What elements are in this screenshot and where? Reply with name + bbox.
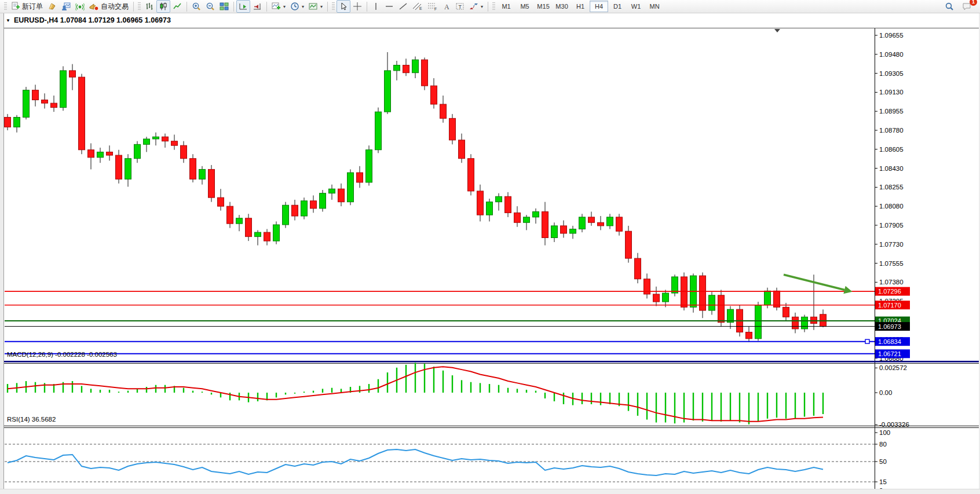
community-button[interactable] xyxy=(59,0,73,13)
arrows-tool[interactable]: ▾ xyxy=(467,0,485,13)
bar-chart-button[interactable] xyxy=(142,0,156,13)
horizontal-line-1.07024[interactable]: 1.07024 xyxy=(5,317,910,325)
main-toolbar: 新订单 自动交易 ▾ xyxy=(0,0,980,13)
timeframe-d1[interactable]: D1 xyxy=(608,1,627,12)
notifications-button[interactable]: 1 xyxy=(960,0,974,13)
timeframe-h1[interactable]: H1 xyxy=(571,1,590,12)
rsi-panel: 1008050150 xyxy=(5,429,890,494)
svg-text:1.07555: 1.07555 xyxy=(879,260,904,267)
equidistant-channel-tool[interactable]: E xyxy=(410,0,425,13)
dropdown-caret: ▾ xyxy=(302,4,304,9)
macd-indicator-label: MACD(12,26,9) -0.002228 -0.002563 xyxy=(7,351,117,358)
vertical-line-icon xyxy=(372,2,380,11)
timeframe-m30[interactable]: M30 xyxy=(553,1,571,12)
signal-radar-icon xyxy=(75,2,85,11)
horizontal-line-1.06834[interactable]: 1.06834 xyxy=(5,337,910,346)
horizontal-line-icon xyxy=(385,2,394,11)
toolbar-grip[interactable] xyxy=(332,2,335,11)
candlestick-chart-button[interactable] xyxy=(156,0,170,13)
svg-text:1.08080: 1.08080 xyxy=(879,203,904,210)
svg-text:F: F xyxy=(434,7,437,11)
toolbar-grip[interactable] xyxy=(138,2,141,11)
zoom-out-button[interactable] xyxy=(203,0,217,13)
timeframe-m15[interactable]: M15 xyxy=(534,1,553,12)
svg-text:1.07730: 1.07730 xyxy=(879,241,904,248)
mt4-terminal: { "toolbar": { "new_order": "新订单", "auto… xyxy=(0,0,980,494)
price-axis: 1.096551.094801.093051.091301.089551.087… xyxy=(875,32,904,362)
macd-panel: 0.0025720.00-0.003326 xyxy=(8,363,909,428)
bar-chart-icon xyxy=(145,2,154,11)
window-bottom-strip xyxy=(0,489,980,494)
fibonacci-icon: F xyxy=(427,2,438,11)
chart-shift-icon xyxy=(253,2,262,11)
toolbar-grip[interactable] xyxy=(4,2,7,11)
tile-windows-button[interactable] xyxy=(217,0,231,13)
line-chart-button[interactable] xyxy=(170,0,184,13)
toolbar-grip[interactable] xyxy=(492,2,495,11)
timeframe-h4[interactable]: H4 xyxy=(590,1,608,12)
chart-shift-button[interactable] xyxy=(250,0,264,13)
svg-text:1.08255: 1.08255 xyxy=(879,184,904,191)
auto-scroll-icon xyxy=(239,2,248,11)
chart-shift-marker[interactable] xyxy=(774,29,780,32)
cursor-button[interactable] xyxy=(337,0,350,13)
indicators-button[interactable]: ▾ xyxy=(269,0,288,13)
new-order-label: 新订单 xyxy=(22,2,43,12)
svg-text:100: 100 xyxy=(879,429,890,436)
horizontal-line-tool[interactable] xyxy=(382,0,396,13)
arrows-icon xyxy=(469,2,478,11)
svg-text:1.07205: 1.07205 xyxy=(879,298,904,305)
toolbar-separator xyxy=(367,2,367,12)
autotrading-label: 自动交易 xyxy=(101,2,129,12)
chart-plot-area[interactable]: 1.096551.094801.093051.091301.089551.087… xyxy=(0,13,980,494)
profile-chart-icon xyxy=(61,2,71,11)
toolbar-separator xyxy=(233,2,234,12)
chart-menu-icon[interactable]: ▼ xyxy=(6,18,10,23)
autotrading-icon xyxy=(89,2,99,11)
template-icon xyxy=(309,2,318,11)
crosshair-button[interactable] xyxy=(350,0,364,13)
horizontal-line-1.07170[interactable]: 1.07170 xyxy=(5,301,910,309)
zoom-out-icon xyxy=(206,2,215,11)
cursor-arrow-icon xyxy=(339,2,348,11)
trendline-tool[interactable] xyxy=(396,0,410,13)
panel-separators[interactable] xyxy=(2,361,979,494)
fibonacci-tool[interactable]: F xyxy=(425,0,440,13)
toolbar-separator xyxy=(488,2,488,12)
svg-text:1.07030: 1.07030 xyxy=(879,317,904,324)
periods-button[interactable]: ▾ xyxy=(288,0,306,13)
dropdown-caret: ▾ xyxy=(481,4,483,9)
charts-group-button[interactable] xyxy=(45,0,59,13)
toolbar-separator xyxy=(327,2,328,12)
svg-text:50: 50 xyxy=(879,458,887,465)
search-button[interactable] xyxy=(942,0,956,13)
svg-text:80: 80 xyxy=(879,441,887,448)
timeframe-m5[interactable]: M5 xyxy=(515,1,534,12)
svg-text:1.06855: 1.06855 xyxy=(879,336,904,343)
trend-arrow-annotation[interactable] xyxy=(784,275,853,294)
zoom-in-button[interactable] xyxy=(189,0,203,13)
chart-title-bar[interactable]: ▼ EURUSD-,H4 1.07084 1.07129 1.06965 1.0… xyxy=(6,16,171,24)
text-label-tool[interactable]: T xyxy=(453,0,467,13)
svg-text:1.08955: 1.08955 xyxy=(879,108,904,115)
svg-text:15: 15 xyxy=(879,478,887,485)
svg-text:E: E xyxy=(419,6,422,10)
horizontal-line-1.06721[interactable]: 1.06721 xyxy=(5,349,910,358)
vertical-line-tool[interactable] xyxy=(370,0,382,13)
horizontal-line-1.07296[interactable]: 1.07296 xyxy=(5,287,910,296)
templates-button[interactable]: ▾ xyxy=(306,0,325,13)
autotrading-button[interactable]: 自动交易 xyxy=(87,0,131,13)
svg-text:1.07170: 1.07170 xyxy=(878,302,901,309)
timeframe-m1[interactable]: M1 xyxy=(497,1,515,12)
signals-button[interactable] xyxy=(73,0,87,13)
timeframe-w1[interactable]: W1 xyxy=(627,1,645,12)
tile-windows-icon xyxy=(220,2,229,11)
timeframe-mn[interactable]: MN xyxy=(645,1,664,12)
text-tool[interactable]: A xyxy=(440,0,453,13)
svg-text:1.09655: 1.09655 xyxy=(879,32,904,39)
dropdown-caret: ▾ xyxy=(320,4,323,9)
search-icon xyxy=(945,2,954,11)
auto-scroll-button[interactable] xyxy=(236,0,250,13)
horizontal-line-1.06973: 1.06973 xyxy=(5,322,910,331)
new-order-button[interactable]: 新订单 xyxy=(9,0,45,13)
